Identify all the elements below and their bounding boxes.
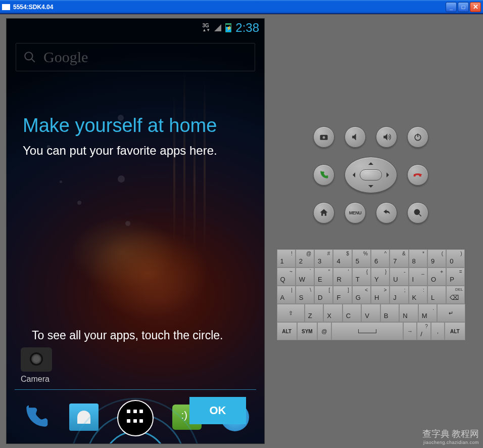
key-delete[interactable]: DEL⌫ bbox=[446, 286, 465, 304]
key-F[interactable]: F] bbox=[333, 286, 352, 304]
key-R[interactable]: R' bbox=[333, 267, 352, 286]
menu-button[interactable]: MENU bbox=[345, 202, 366, 223]
camera-hw-button[interactable] bbox=[313, 126, 334, 148]
key-8[interactable]: 8* bbox=[409, 249, 427, 267]
phone-app-icon[interactable] bbox=[19, 400, 53, 434]
status-bar[interactable]: 3G ▲▼ 2:38 bbox=[7, 19, 264, 37]
key-alt-right[interactable]: ALT bbox=[445, 322, 465, 340]
key-4[interactable]: 4$ bbox=[333, 249, 352, 267]
svg-line-1 bbox=[31, 59, 35, 62]
key-comma[interactable]: , bbox=[431, 322, 445, 340]
key-U[interactable]: U- bbox=[390, 267, 408, 286]
key-L[interactable]: L bbox=[427, 286, 446, 304]
key-C[interactable]: C bbox=[343, 304, 362, 322]
key-B[interactable]: B bbox=[380, 304, 400, 322]
key-E[interactable]: E" bbox=[314, 267, 333, 286]
volume-up-button[interactable] bbox=[376, 126, 397, 148]
svg-line-7 bbox=[419, 214, 421, 216]
key-sym[interactable]: SYM bbox=[297, 322, 317, 340]
key-3[interactable]: 3# bbox=[314, 249, 333, 267]
back-button[interactable] bbox=[376, 202, 397, 223]
key-P[interactable]: P= bbox=[446, 267, 465, 286]
key-G[interactable]: G< bbox=[352, 286, 371, 304]
search-placeholder: Google bbox=[43, 49, 88, 66]
welcome-subtitle: You can put your favorite apps here. bbox=[23, 144, 248, 158]
key-O[interactable]: O+ bbox=[427, 267, 446, 286]
camera-icon bbox=[21, 347, 52, 372]
search-hw-button[interactable] bbox=[407, 202, 428, 223]
volume-down-button[interactable] bbox=[345, 126, 366, 148]
dpad-down[interactable] bbox=[368, 185, 373, 190]
emulator-content: 3G ▲▼ 2:38 Google Make yourself at home … bbox=[0, 14, 483, 448]
dpad-center[interactable] bbox=[360, 169, 382, 181]
key-D[interactable]: D[ bbox=[314, 286, 333, 304]
drawer-hint: To see all your apps, touch the circle. bbox=[32, 329, 239, 342]
key-6[interactable]: 6^ bbox=[371, 249, 390, 267]
key-A[interactable]: A| bbox=[277, 286, 296, 304]
camera-shortcut[interactable]: Camera bbox=[21, 347, 52, 384]
key-T[interactable]: T{ bbox=[352, 267, 371, 286]
key-2[interactable]: 2@ bbox=[296, 249, 314, 267]
key-9[interactable]: 9( bbox=[427, 249, 446, 267]
key-H[interactable]: H> bbox=[371, 286, 390, 304]
key-1[interactable]: 1! bbox=[277, 249, 296, 267]
window-title: 5554:SDK4.04 bbox=[13, 4, 446, 11]
welcome-overlay: Make yourself at home You can put your f… bbox=[23, 115, 248, 158]
hardware-buttons: MENU bbox=[313, 126, 428, 223]
key-N[interactable]: N bbox=[399, 304, 418, 322]
key-K[interactable]: K: bbox=[409, 286, 427, 304]
key-M[interactable]: M. bbox=[418, 304, 438, 322]
emulator-controls: MENU 1!2@3#4$5%6^7&8*9(0) Q~W`E"R'T{Y}U-… bbox=[265, 18, 477, 444]
key-Z[interactable]: Z bbox=[305, 304, 324, 322]
key-space[interactable] bbox=[331, 322, 403, 340]
window-titlebar: 5554:SDK4.04 _ □ ✕ bbox=[0, 0, 483, 14]
signal-bars-icon bbox=[214, 24, 221, 31]
key-enter[interactable]: ↵ bbox=[437, 304, 465, 322]
dpad bbox=[345, 157, 397, 193]
network-indicator: 3G ▲▼ bbox=[202, 23, 210, 32]
key-I[interactable]: I_ bbox=[409, 267, 427, 286]
dpad-right[interactable] bbox=[387, 172, 392, 177]
maximize-button[interactable]: □ bbox=[458, 2, 469, 12]
ok-button[interactable]: OK bbox=[189, 397, 246, 424]
battery-icon bbox=[225, 23, 231, 32]
key-Y[interactable]: Y} bbox=[371, 267, 390, 286]
svg-point-6 bbox=[414, 209, 419, 214]
welcome-title: Make yourself at home bbox=[23, 115, 248, 137]
key-X[interactable]: X bbox=[323, 304, 343, 322]
key-slash[interactable]: /? bbox=[417, 322, 431, 340]
key-J[interactable]: J; bbox=[390, 286, 408, 304]
key-at[interactable]: @ bbox=[317, 322, 331, 340]
app-drawer-icon bbox=[127, 410, 144, 427]
watermark: 查字典 教程网 jiaocheng.chazidian.com bbox=[422, 428, 479, 445]
google-search-widget[interactable]: Google bbox=[16, 43, 255, 71]
key-arrow[interactable]: → bbox=[403, 322, 417, 340]
home-button[interactable] bbox=[313, 202, 334, 223]
tray-divider bbox=[15, 389, 256, 390]
device-screen[interactable]: 3G ▲▼ 2:38 Google Make yourself at home … bbox=[6, 18, 265, 444]
dpad-up[interactable] bbox=[368, 160, 373, 165]
key-Q[interactable]: Q~ bbox=[277, 267, 296, 286]
call-button[interactable] bbox=[313, 164, 334, 186]
key-5[interactable]: 5% bbox=[352, 249, 371, 267]
emulator-keyboard: 1!2@3#4$5%6^7&8*9(0) Q~W`E"R'T{Y}U-I_O+P… bbox=[276, 249, 466, 341]
svg-point-0 bbox=[25, 52, 32, 60]
key-shift[interactable]: ⇧ bbox=[277, 304, 305, 322]
search-icon bbox=[23, 51, 36, 64]
key-0[interactable]: 0) bbox=[446, 249, 465, 267]
power-button[interactable] bbox=[407, 126, 428, 148]
window-icon bbox=[2, 4, 10, 10]
dpad-left[interactable] bbox=[350, 172, 355, 177]
key-V[interactable]: V bbox=[361, 304, 380, 322]
key-W[interactable]: W` bbox=[296, 267, 314, 286]
app-drawer-button[interactable] bbox=[117, 400, 154, 436]
key-7[interactable]: 7& bbox=[390, 249, 408, 267]
svg-point-3 bbox=[323, 136, 325, 139]
camera-label: Camera bbox=[21, 375, 52, 384]
key-alt-left[interactable]: ALT bbox=[277, 322, 297, 340]
close-button[interactable]: ✕ bbox=[470, 2, 481, 12]
key-S[interactable]: S\ bbox=[296, 286, 314, 304]
clock: 2:38 bbox=[235, 21, 259, 35]
minimize-button[interactable]: _ bbox=[446, 2, 457, 12]
end-call-button[interactable] bbox=[407, 164, 428, 186]
